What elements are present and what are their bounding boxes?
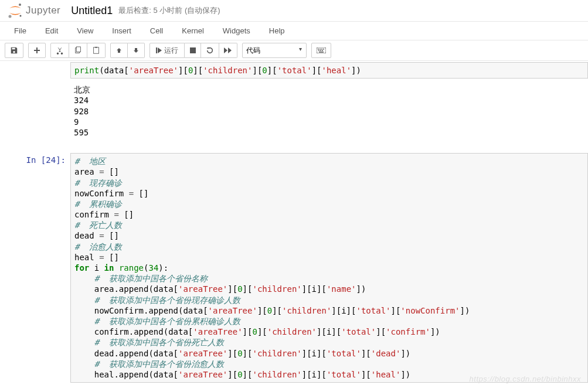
run-button[interactable]: 运行 [149, 43, 185, 58]
menu-cell[interactable]: Cell [141, 22, 172, 40]
svg-rect-15 [320, 50, 321, 52]
svg-point-1 [9, 15, 12, 18]
paste-button[interactable] [87, 43, 106, 58]
code-input[interactable]: print(data['areaTree'][0]['children'][0]… [70, 62, 588, 79]
restart-button[interactable] [201, 43, 219, 58]
code-input[interactable]: # 地区 area = [] # 现存确诊 nowConfirm = [] # … [70, 153, 588, 383]
code-cell[interactable]: In [24]: # 地区 area = [] # 现存确诊 nowConfir… [0, 152, 588, 384]
cell-type-select[interactable]: 代码 [242, 43, 307, 58]
svg-rect-17 [319, 52, 324, 53]
svg-rect-6 [95, 47, 97, 48]
notebook-name[interactable]: Untitled1 [71, 5, 113, 17]
notebook-header: Jupyter Untitled1 最后检查: 5 小时前 (自动保存) [0, 0, 588, 22]
svg-rect-11 [320, 49, 321, 50]
menu-help[interactable]: Help [260, 22, 294, 40]
input-prompt [0, 62, 70, 79]
watermark: https://blog.csdn.net/binbinhxx [470, 375, 581, 383]
save-button[interactable] [5, 43, 23, 58]
menu-edit[interactable]: Edit [36, 22, 67, 40]
menubar: File Edit View Insert Cell Kernel Widget… [0, 22, 588, 40]
svg-point-2 [20, 15, 22, 17]
svg-rect-12 [321, 49, 322, 50]
interrupt-button[interactable] [185, 43, 201, 58]
checkpoint-status: 最后检查: 5 小时前 (自动保存) [118, 5, 220, 16]
notebook-container: print(data['areaTree'][0]['children'][0]… [0, 61, 588, 388]
svg-rect-7 [156, 47, 157, 53]
move-down-button[interactable] [128, 43, 145, 58]
menu-insert[interactable]: Insert [103, 22, 141, 40]
output-text: 北京 324 928 9 595 [70, 81, 588, 141]
svg-rect-10 [318, 49, 319, 50]
jupyter-logo-icon [7, 2, 23, 19]
svg-rect-16 [322, 50, 323, 52]
output-cell: 北京 324 928 9 595 [0, 80, 588, 142]
copy-button[interactable] [69, 43, 87, 58]
command-palette-button[interactable] [311, 43, 331, 58]
svg-rect-8 [190, 47, 196, 53]
menu-view[interactable]: View [67, 22, 103, 40]
output-prompt [0, 81, 70, 141]
toolbar: 运行 代码 [0, 40, 588, 61]
menu-file[interactable]: File [5, 22, 36, 40]
add-cell-button[interactable] [28, 43, 46, 58]
input-prompt: In [24]: [0, 153, 70, 383]
jupyter-logo-text: Jupyter [26, 5, 60, 16]
run-label: 运行 [164, 46, 178, 56]
restart-run-all-button[interactable] [219, 43, 237, 58]
cut-button[interactable] [50, 43, 69, 58]
move-up-button[interactable] [110, 43, 128, 58]
svg-point-0 [19, 4, 21, 6]
menu-widgets[interactable]: Widgets [213, 22, 260, 40]
svg-rect-5 [94, 47, 99, 54]
code-cell[interactable]: print(data['areaTree'][0]['children'][0]… [0, 61, 588, 80]
menu-kernel[interactable]: Kernel [172, 22, 213, 40]
svg-rect-14 [318, 50, 320, 52]
svg-rect-4 [76, 47, 80, 52]
jupyter-logo[interactable]: Jupyter [7, 2, 60, 19]
svg-rect-13 [323, 49, 324, 50]
